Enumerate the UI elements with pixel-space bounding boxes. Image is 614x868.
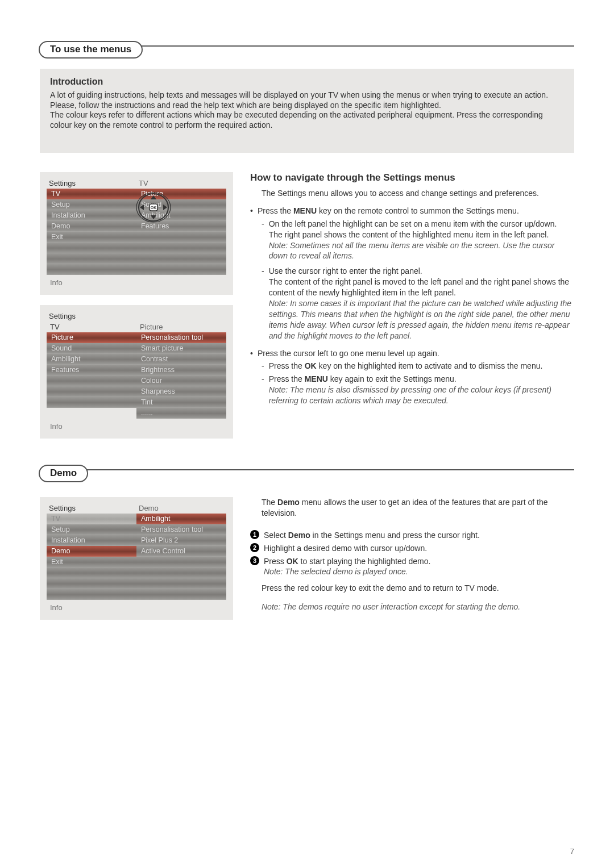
list-item: Demo (47, 546, 136, 557)
howto-b1-sub2: Use the cursor right to enter the right … (269, 266, 574, 277)
remote-dpad-icon: OK (135, 192, 172, 223)
list-item (136, 567, 226, 578)
left-column-2: Settings Demo TV Setup Installation Demo… (40, 497, 233, 630)
panel1-left-title: Settings (47, 178, 136, 189)
section-demo: Demo Settings Demo TV Setup Installation… (40, 469, 574, 630)
panel2-right-list: Picture Personalisation tool Smart pictu… (136, 322, 226, 419)
svg-marker-6 (140, 205, 144, 210)
intro-p3: The colour keys refer to different actio… (50, 110, 564, 130)
list-item (47, 567, 136, 578)
howto-b2-sub1: Press the OK key on the highlighted item… (269, 361, 543, 372)
intro-p2: Please, follow the instructions and read… (50, 101, 564, 111)
dash: - (262, 266, 264, 341)
list-item (47, 375, 136, 386)
list-item (47, 578, 136, 589)
list-item: Personalisation tool (136, 332, 226, 343)
list-item (47, 253, 136, 264)
step-badge-2: 2 (250, 543, 259, 552)
svg-marker-4 (151, 195, 156, 199)
panel2-empty (136, 311, 226, 322)
panel2-left-list: TV Picture Sound Ambilight Features (47, 322, 136, 419)
list-item: Sound (47, 343, 136, 354)
howto-p1: The Settings menu allows you to access a… (262, 188, 574, 199)
panel3-right-list: Ambilight Personalisation tool Pixel Plu… (136, 514, 226, 600)
section1-title: To use the menus (39, 41, 143, 59)
two-columns: Settings TV TV Setup Installation Demo E… (40, 172, 574, 449)
panel3-info: Info (47, 600, 226, 612)
list-item (47, 589, 136, 600)
dash: - (262, 219, 264, 262)
list-item: Active Control (136, 546, 226, 557)
list-item: Picture (47, 332, 136, 343)
section2-title: Demo (39, 465, 88, 482)
menu-panel-2: Settings TV Picture Sound Ambilight Feat… (40, 305, 233, 439)
step-badge-3: 3 (250, 556, 259, 565)
panel1-left-list: TV Setup Installation Demo Exit (47, 189, 136, 275)
svg-marker-7 (163, 205, 167, 210)
howto-b2-note: Note: The menu is also dismissed by pres… (269, 385, 574, 406)
howto-b1-note2: Note: In some cases it is important that… (269, 298, 574, 341)
panel3-left-list: TV Setup Installation Demo Exit (47, 514, 136, 600)
list-item (47, 243, 136, 253)
list-item: Contrast (136, 354, 226, 365)
svg-text:OK: OK (151, 206, 157, 210)
panel1-right-title: TV (136, 178, 226, 189)
howto-b1: Press the MENU key on the remote control… (258, 206, 519, 216)
howto-b1-sub1b: The right panel shows the content of the… (269, 229, 574, 240)
howto-b2: Press the cursor left to go one menu lev… (258, 348, 439, 359)
list-item: Installation (47, 210, 136, 221)
demo-step3: Press OK to start playing the highlighte… (264, 556, 430, 567)
dash: - (262, 361, 264, 372)
list-item (136, 578, 226, 589)
page-number: 7 (570, 847, 574, 856)
menu-panel-3: Settings Demo TV Setup Installation Demo… (40, 497, 233, 620)
list-item: Installation (47, 535, 136, 546)
howto-b1-note: Note: Sometimes not all the menu items a… (269, 240, 574, 262)
dash: - (262, 374, 264, 406)
list-sub: Picture (136, 322, 226, 332)
panel2-left-title: Settings (47, 311, 136, 322)
intro-heading: Introduction (50, 77, 564, 87)
bullet-dot: • (250, 348, 253, 359)
section-title-pill: To use the menus (39, 41, 574, 59)
menu-panel-1: Settings TV TV Setup Installation Demo E… (40, 172, 233, 295)
list-item: TV (47, 189, 136, 199)
right-column-2: The Demo menu allows the user to get an … (250, 497, 574, 630)
list-item: Features (47, 365, 136, 375)
list-sub: TV (47, 322, 136, 332)
left-column: Settings TV TV Setup Installation Demo E… (40, 172, 233, 449)
demo-note2: Note: The demos require no user interact… (262, 602, 574, 612)
panel3-left-title: Settings (47, 503, 136, 514)
demo-step2: Highlight a desired demo with cursor up/… (264, 543, 427, 554)
list-item: Ambilight (47, 354, 136, 365)
demo-p1: The Demo menu allows the user to get an … (262, 497, 574, 519)
demo-step3-note: Note: The selected demo is played once. (264, 566, 430, 577)
panel3-right-title: Demo (136, 503, 226, 514)
list-item: Personalisation tool (136, 524, 226, 535)
list-item: Brightness (136, 365, 226, 375)
howto-b1-sub2b: The content of the right panel is moved … (269, 277, 574, 298)
list-item (47, 264, 136, 275)
list-item: ...... (136, 408, 226, 419)
section-title-pill: Demo (39, 465, 574, 482)
list-item (47, 386, 136, 397)
list-item: Smart picture (136, 343, 226, 354)
list-item: Tint (136, 397, 226, 408)
step-badge-1: 1 (250, 530, 259, 539)
panel2-info: Info (47, 419, 226, 431)
demo-p2: Press the red colour key to exit the dem… (262, 583, 574, 594)
howto-b2-sub2: Press the MENU key again to exit the Set… (269, 374, 574, 385)
howto-b1-sub1: On the left panel the highlight can be s… (269, 219, 574, 229)
list-item: Colour (136, 375, 226, 386)
svg-marker-5 (151, 215, 156, 219)
list-item: Pixel Plus 2 (136, 535, 226, 546)
list-item (136, 589, 226, 600)
list-item (136, 243, 226, 253)
list-item (136, 264, 226, 275)
demo-step1: Select Demo in the Settings menu and pre… (264, 530, 480, 541)
list-item (136, 232, 226, 243)
list-item: Demo (47, 221, 136, 232)
list-item: Sharpness (136, 386, 226, 397)
bullet-dot: • (250, 206, 253, 216)
list-item: Exit (47, 232, 136, 243)
